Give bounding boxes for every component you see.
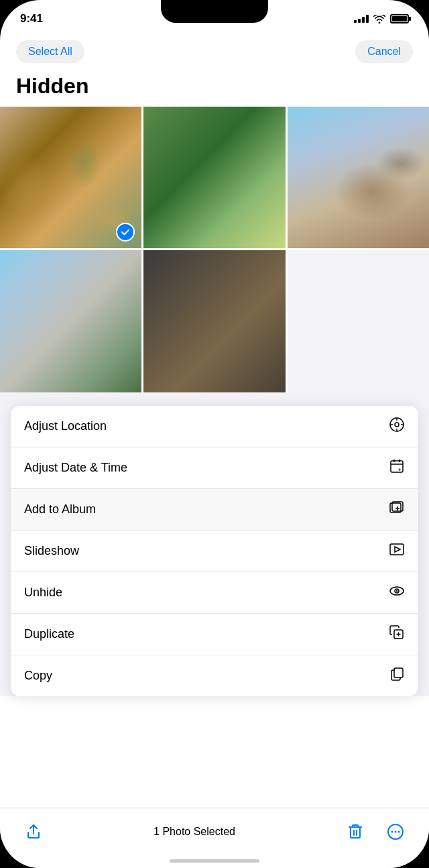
signal-bars-icon — [354, 15, 369, 23]
duplicate-label: Duplicate — [24, 627, 74, 641]
svg-rect-24 — [351, 827, 360, 838]
delete-button[interactable] — [341, 817, 370, 847]
menu-item-adjust-location[interactable]: Adjust Location — [11, 406, 418, 447]
adjust-location-label: Adjust Location — [24, 419, 107, 433]
context-menu: Adjust Location Adjust Date & Time — [11, 406, 418, 696]
photo-cell-3[interactable] — [288, 107, 429, 248]
selection-badge-1 — [116, 223, 135, 241]
adjust-location-icon — [389, 417, 405, 436]
selection-status: 1 Photo Selected — [154, 826, 235, 838]
status-icons — [354, 14, 409, 23]
context-area: Adjust Location Adjust Date & Time — [0, 392, 429, 696]
share-button[interactable] — [19, 817, 48, 847]
unhide-icon — [389, 583, 405, 602]
svg-marker-16 — [395, 547, 400, 552]
add-to-album-label: Add to Album — [24, 502, 96, 517]
status-time: 9:41 — [20, 12, 43, 25]
adjust-date-time-icon: + — [389, 458, 405, 478]
slideshow-icon — [389, 541, 405, 561]
copy-label: Copy — [24, 669, 52, 683]
photo-grid — [0, 107, 429, 392]
photo-cell-2[interactable] — [143, 107, 285, 248]
svg-point-29 — [395, 830, 397, 832]
photo-cell-5[interactable] — [143, 250, 285, 392]
home-indicator — [170, 859, 259, 863]
select-all-button[interactable]: Select All — [16, 40, 84, 63]
copy-icon — [389, 666, 405, 686]
svg-point-1 — [395, 423, 399, 427]
add-to-album-icon — [389, 500, 405, 519]
svg-rect-15 — [390, 544, 404, 555]
wifi-icon — [373, 15, 385, 23]
page-title: Hidden — [0, 70, 429, 107]
unhide-label: Unhide — [24, 586, 62, 600]
battery-icon — [390, 14, 409, 23]
slideshow-label: Slideshow — [24, 544, 79, 558]
menu-item-duplicate[interactable]: Duplicate — [11, 614, 418, 655]
duplicate-icon — [389, 625, 405, 644]
menu-item-adjust-date-time[interactable]: Adjust Date & Time + — [11, 447, 418, 489]
menu-item-unhide[interactable]: Unhide — [11, 572, 418, 614]
svg-point-28 — [391, 830, 393, 832]
photo-cell-1[interactable] — [0, 107, 141, 248]
svg-point-19 — [396, 590, 397, 591]
menu-item-add-to-album[interactable]: Add to Album — [11, 489, 418, 531]
more-button[interactable] — [381, 817, 410, 847]
photo-cell-empty — [288, 250, 429, 392]
svg-rect-23 — [394, 668, 403, 677]
photo-cell-4[interactable] — [0, 250, 141, 392]
menu-item-copy[interactable]: Copy — [11, 655, 418, 696]
cancel-button[interactable]: Cancel — [355, 40, 413, 63]
adjust-date-time-label: Adjust Date & Time — [24, 461, 127, 475]
svg-point-30 — [398, 830, 400, 832]
svg-text:+: + — [398, 467, 402, 473]
menu-item-slideshow[interactable]: Slideshow — [11, 531, 418, 572]
top-bar: Select All Cancel — [0, 34, 429, 70]
